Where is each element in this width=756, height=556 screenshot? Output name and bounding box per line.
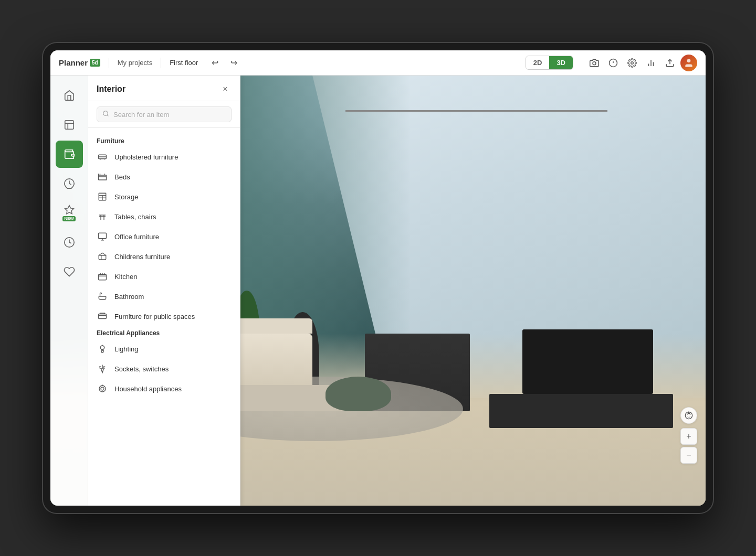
topbar-divider [109, 58, 109, 68]
list-item-storage[interactable]: Storage [88, 187, 240, 207]
list-item-kitchen[interactable]: Kitchen [88, 266, 240, 286]
camera-button[interactable] [586, 55, 603, 71]
panel-list: Furniture Upholstered furniture [88, 128, 240, 506]
topbar-actions [586, 55, 697, 71]
sidebar-item-interior[interactable] [56, 141, 83, 168]
storage-label: Storage [114, 193, 139, 201]
list-item-upholstered[interactable]: Upholstered furniture [88, 147, 240, 167]
svg-rect-10 [65, 121, 74, 130]
topbar-divider-2 [161, 58, 161, 68]
beds-icon [97, 171, 108, 183]
tv-screen [522, 329, 654, 394]
bathroom-label: Bathroom [114, 293, 144, 301]
ottoman [326, 377, 391, 411]
list-item-office[interactable]: Office furniture [88, 227, 240, 247]
history-buttons: ↩ ↪ [206, 55, 242, 71]
list-item-public[interactable]: Furniture for public spaces [88, 306, 240, 326]
topbar: Planner 5d My projects First floor ↩ ↪ 2… [50, 50, 706, 76]
redo-button[interactable]: ↪ [225, 55, 242, 71]
svg-point-13 [103, 111, 108, 116]
bathroom-icon [97, 291, 108, 302]
sockets-label: Sockets, switches [114, 365, 169, 373]
svg-point-29 [99, 386, 106, 392]
svg-point-4 [631, 61, 634, 64]
list-item-bathroom[interactable]: Bathroom [88, 286, 240, 306]
avatar[interactable] [680, 55, 697, 71]
undo-button[interactable]: ↩ [206, 55, 223, 71]
beds-label: Beds [114, 173, 130, 181]
list-item-appliances[interactable]: Household appliances [88, 379, 240, 399]
storage-icon [97, 191, 108, 202]
category-electrical: Electrical Appliances [88, 326, 240, 339]
sidebar: NEW [50, 76, 88, 506]
list-item-sockets[interactable]: Sockets, switches [88, 359, 240, 379]
panel-close-button[interactable]: × [219, 83, 232, 95]
zoom-out-button[interactable]: − [680, 447, 697, 464]
main-area: NEW Interior × [50, 76, 706, 506]
office-icon [97, 231, 108, 242]
upholstered-icon [97, 151, 108, 163]
tables-chairs-icon [97, 211, 108, 222]
panel-title: Interior [97, 84, 125, 94]
sidebar-item-decor[interactable] [56, 170, 83, 197]
app-logo: Planner 5d [59, 58, 100, 67]
kitchen-icon [97, 271, 108, 282]
view-2d-button[interactable]: 2D [526, 56, 550, 69]
compass-button[interactable] [680, 407, 697, 424]
svg-point-9 [687, 59, 691, 62]
kitchen-label: Kitchen [114, 273, 137, 281]
sidebar-item-rooms[interactable] [56, 111, 83, 138]
appliances-label: Household appliances [114, 385, 182, 393]
svg-point-30 [101, 387, 104, 390]
svg-line-14 [107, 115, 108, 116]
zoom-in-button[interactable]: + [680, 428, 697, 445]
public-icon [97, 311, 108, 322]
search-wrapper [97, 106, 232, 122]
my-projects-link[interactable]: My projects [118, 59, 152, 67]
category-furniture: Furniture [88, 134, 240, 147]
upholstered-label: Upholstered furniture [114, 153, 178, 161]
view-toggle: 2D 3D [526, 56, 573, 70]
lighting-icon [97, 343, 108, 355]
share-button[interactable] [662, 55, 678, 71]
list-item-childrens[interactable]: Childrens furniture [88, 247, 240, 266]
childrens-label: Childrens furniture [114, 253, 170, 261]
app-window: Planner 5d My projects First floor ↩ ↪ 2… [50, 50, 706, 506]
svg-point-0 [593, 61, 596, 65]
tv-unit [489, 394, 673, 429]
sidebar-item-new[interactable]: NEW [56, 199, 83, 227]
info-button[interactable] [605, 55, 622, 71]
svg-rect-26 [99, 274, 107, 280]
view-3d-button[interactable]: 3D [549, 56, 573, 69]
app-badge: 5d [90, 59, 100, 67]
search-icon [102, 110, 109, 119]
svg-rect-27 [99, 314, 107, 319]
device-frame: Planner 5d My projects First floor ↩ ↪ 2… [42, 42, 714, 514]
search-input[interactable] [113, 111, 226, 119]
svg-marker-11 [65, 206, 74, 214]
interior-panel: Interior × [88, 76, 240, 506]
project-name[interactable]: First floor [170, 59, 198, 67]
public-label: Furniture for public spaces [114, 313, 195, 320]
svg-rect-24 [99, 233, 107, 239]
childrens-icon [97, 251, 108, 262]
list-item-tables-chairs[interactable]: Tables, chairs [88, 207, 240, 227]
lighting-label: Lighting [114, 345, 139, 353]
list-item-beds[interactable]: Beds [88, 167, 240, 187]
office-label: Office furniture [114, 233, 159, 241]
new-badge: NEW [62, 216, 76, 221]
sockets-icon [97, 363, 108, 375]
panel-header: Interior × [88, 76, 240, 101]
panel-search [88, 101, 240, 128]
stats-button[interactable] [643, 55, 659, 71]
sidebar-item-floor-plan[interactable] [56, 82, 83, 109]
sidebar-item-schedule[interactable] [56, 229, 83, 256]
list-item-lighting[interactable]: Lighting [88, 339, 240, 359]
track-light [345, 110, 607, 112]
settings-button[interactable] [624, 55, 640, 71]
app-name: Planner [59, 58, 88, 67]
zoom-controls: + − [680, 407, 697, 464]
appliances-icon [97, 383, 108, 394]
sidebar-item-favorites[interactable] [56, 258, 83, 285]
tables-chairs-label: Tables, chairs [114, 213, 156, 221]
